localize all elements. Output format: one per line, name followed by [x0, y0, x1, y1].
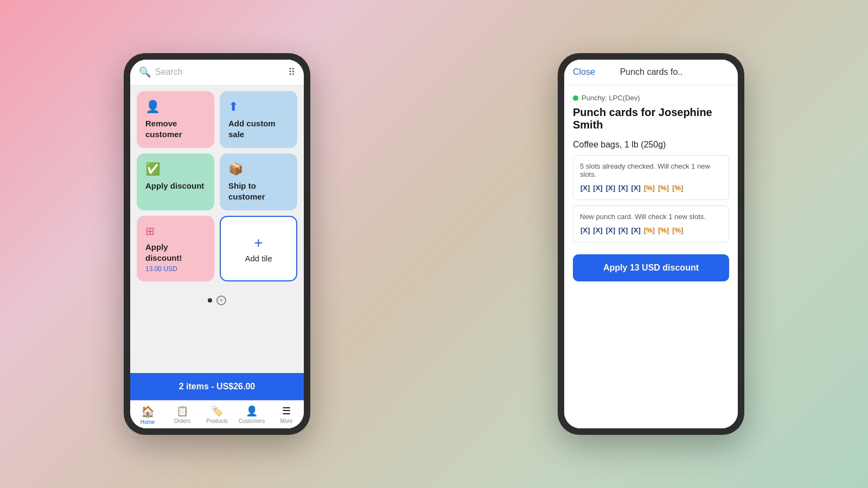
- p2-content: Punchy: LPC(Dev) Punch cards for Josephi…: [564, 85, 738, 428]
- store-status-dot: [573, 95, 578, 101]
- ship-to-customer-label: Ship to customer: [228, 181, 289, 202]
- pagination: +: [130, 288, 304, 313]
- tiles-grid: 👤 Remove customer ⬆ Add custom sale ✅ Ap…: [130, 85, 304, 288]
- p2-title: Punch cards fo..: [620, 67, 683, 77]
- home-icon: 🏠: [141, 405, 155, 418]
- punch-card-1: 5 slots already checked. Will check 1 ne…: [573, 155, 729, 200]
- slot-1-1: [X]: [580, 183, 590, 193]
- remove-customer-icon: 👤: [145, 100, 160, 114]
- product-name: Coffee bags, 1 lb (250g): [573, 140, 729, 150]
- punch-card-1-info: 5 slots already checked. Will check 1 ne…: [580, 162, 722, 178]
- phone-1-frame: 🔍 Search ⠿ 👤 Remove customer ⬆ Add: [124, 53, 310, 435]
- slot-2-6: [%]: [643, 225, 655, 235]
- punch-card-2-slots: [X] [X] [X] [X] [X] [%] [%] [%]: [580, 225, 722, 235]
- nav-customers-label: Customers: [239, 418, 265, 424]
- punch-card-1-slots: [X] [X] [X] [X] [X] [%] [%] [%]: [580, 183, 722, 193]
- remove-customer-label: Remove customer: [145, 118, 206, 139]
- slot-1-2: [X]: [592, 183, 603, 193]
- nav-more-label: More: [280, 418, 293, 424]
- slot-1-7: [%]: [658, 183, 669, 193]
- nav-more[interactable]: ☰ More: [269, 401, 304, 428]
- add-custom-sale-label: Add custom sale: [228, 118, 289, 139]
- store-badge: Punchy: LPC(Dev): [573, 94, 729, 102]
- nav-products-label: Products: [206, 418, 227, 424]
- slot-1-4: [X]: [618, 183, 628, 193]
- pagination-dot-active: [208, 298, 212, 303]
- slot-2-5: [X]: [630, 225, 641, 235]
- nav-home-label: Home: [141, 419, 155, 425]
- slot-2-3: [X]: [605, 225, 616, 235]
- bottom-nav: 🏠 Home 📋 Orders 🏷️ Products 👤 Customers …: [130, 400, 304, 428]
- nav-customers[interactable]: 👤 Customers: [234, 401, 269, 428]
- p2-main-title: Punch cards for Josephine Smith: [573, 106, 729, 131]
- add-tile-icon: +: [254, 234, 263, 252]
- tile-apply-discount2[interactable]: ⊞ Apply discount! 13.00 USD: [137, 216, 214, 281]
- nav-orders-label: Orders: [174, 418, 191, 424]
- slot-1-6: [%]: [643, 183, 655, 193]
- grid-icon[interactable]: ⠿: [288, 66, 295, 78]
- punch-card-2-info: New punch card. Will check 1 new slots.: [580, 213, 722, 221]
- phone-2-frame: Close Punch cards fo.. Punchy: LPC(Dev) …: [558, 53, 744, 435]
- slot-2-1: [X]: [580, 225, 590, 235]
- punch-card-2: New punch card. Will check 1 new slots. …: [573, 206, 729, 242]
- tile-add-custom-sale[interactable]: ⬆ Add custom sale: [220, 91, 297, 148]
- products-icon: 🏷️: [211, 405, 223, 417]
- tile-apply-discount[interactable]: ✅ Apply discount: [137, 153, 214, 210]
- tile-remove-customer[interactable]: 👤 Remove customer: [137, 91, 214, 148]
- pagination-add-page[interactable]: +: [216, 296, 226, 305]
- search-bar[interactable]: 🔍 Search ⠿: [130, 60, 304, 85]
- slot-1-8: [%]: [672, 183, 684, 193]
- close-button[interactable]: Close: [573, 67, 595, 77]
- apply-discount-button[interactable]: Apply 13 USD discount: [573, 254, 729, 281]
- apply-discount2-label: Apply discount!: [145, 242, 206, 263]
- nav-products[interactable]: 🏷️ Products: [200, 401, 234, 428]
- add-custom-sale-icon: ⬆: [228, 100, 238, 114]
- slot-2-8: [%]: [672, 225, 684, 235]
- apply-discount2-icon: ⊞: [145, 224, 155, 237]
- more-icon: ☰: [282, 405, 291, 417]
- p2-header: Close Punch cards fo..: [564, 60, 738, 85]
- apply-discount-label: Apply discount: [145, 181, 204, 191]
- nav-orders[interactable]: 📋 Orders: [165, 401, 200, 428]
- phone-2-screen: Close Punch cards fo.. Punchy: LPC(Dev) …: [564, 60, 738, 428]
- apply-discount-icon: ✅: [145, 162, 160, 176]
- cart-button[interactable]: 2 items - US$26.00: [130, 373, 304, 400]
- ship-to-customer-icon: 📦: [228, 162, 243, 176]
- slot-1-5: [X]: [630, 183, 641, 193]
- apply-discount2-sublabel: 13.00 USD: [145, 265, 177, 273]
- slot-2-7: [%]: [658, 225, 669, 235]
- tile-add[interactable]: + Add tile: [220, 216, 297, 281]
- slot-2-4: [X]: [618, 225, 628, 235]
- slot-1-3: [X]: [605, 183, 616, 193]
- nav-home[interactable]: 🏠 Home: [130, 401, 165, 428]
- customers-icon: 👤: [246, 405, 258, 417]
- tile-ship-to-customer[interactable]: 📦 Ship to customer: [220, 153, 297, 210]
- store-name: Punchy: LPC(Dev): [582, 94, 640, 102]
- phone-1-screen: 🔍 Search ⠿ 👤 Remove customer ⬆ Add: [130, 60, 304, 428]
- slot-2-2: [X]: [592, 225, 603, 235]
- add-tile-label: Add tile: [245, 254, 272, 263]
- orders-icon: 📋: [176, 405, 188, 417]
- search-input-area[interactable]: 🔍 Search: [139, 66, 283, 78]
- search-placeholder: Search: [155, 67, 183, 77]
- search-icon: 🔍: [139, 66, 151, 78]
